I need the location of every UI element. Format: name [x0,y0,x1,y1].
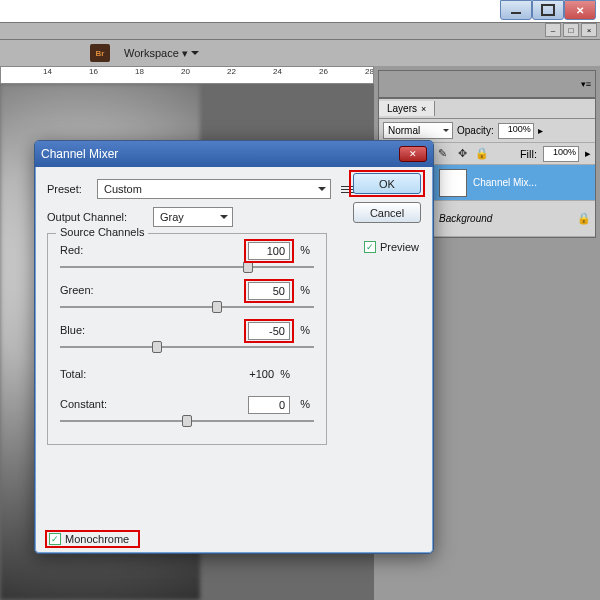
blend-mode-select[interactable]: Normal [383,122,453,139]
constant-value-input[interactable]: 0 [248,396,290,414]
lock-icon: 🔒 [577,212,591,225]
group-title: Source Channels [56,226,148,238]
percent-sign: % [300,324,310,336]
lock-all-icon[interactable]: 🔒 [475,147,489,161]
tab-close-icon[interactable]: × [421,104,426,114]
red-label: Red: [60,244,83,256]
ruler-mark: 18 [135,67,144,76]
layer-name: Channel Mix... [473,177,591,188]
minimize-button[interactable] [500,0,532,20]
highlight-red [244,239,294,263]
green-label: Green: [60,284,94,296]
preview-checkbox-row: ✓ Preview [364,241,419,253]
lock-position-icon[interactable]: ✥ [455,147,469,161]
opacity-label: Opacity: [457,125,494,136]
ruler-mark: 26 [319,67,328,76]
total-value: +100 [249,368,274,380]
ruler-mark: 14 [43,67,52,76]
bridge-icon[interactable]: Br [90,44,110,62]
green-slider-track[interactable] [60,306,314,308]
mask-thumb [439,169,467,197]
highlight-green [244,279,294,303]
total-row: Total: +100 % [60,364,314,380]
fill-label: Fill: [520,148,537,160]
ruler-mark: 24 [273,67,282,76]
percent-sign: % [300,398,310,410]
options-bar: Br Workspace ▾ [0,40,600,66]
source-channels-group: Source Channels Red: 100 % Green: 50 % B… [47,233,327,445]
ruler-mark: 28 [365,67,374,76]
percent-sign: % [300,284,310,296]
blue-slider-track[interactable] [60,346,314,348]
blue-slider-row: Blue: -50 % [60,324,314,362]
tab-label: Layers [387,103,417,114]
constant-slider-thumb[interactable] [182,415,192,427]
preview-checkbox[interactable]: ✓ [364,241,376,253]
channel-mixer-dialog: Channel Mixer ✕ OK Cancel ✓ Preview Pres… [34,140,434,554]
close-button[interactable] [564,0,596,20]
fill-flyout-icon[interactable]: ▸ [585,147,591,160]
percent-sign: % [300,244,310,256]
dialog-titlebar[interactable]: Channel Mixer ✕ [35,141,433,167]
opacity-field[interactable]: 100% [498,123,534,139]
panel-menu-icon[interactable]: ▾≡ [581,79,591,89]
red-slider-track[interactable] [60,266,314,268]
opacity-flyout-icon[interactable]: ▸ [538,125,543,136]
doc-minimize-button[interactable]: – [545,23,561,37]
red-slider-row: Red: 100 % [60,244,314,282]
layer-name: Background [439,213,571,224]
blue-label: Blue: [60,324,85,336]
preset-combo[interactable]: Custom [97,179,331,199]
constant-label: Constant: [60,398,107,410]
dialog-title: Channel Mixer [41,147,118,161]
highlight-monochrome [45,530,140,548]
doc-close-button[interactable]: × [581,23,597,37]
doc-restore-button[interactable]: □ [563,23,579,37]
highlight-blue [244,319,294,343]
highlight-ok [349,170,425,197]
green-slider-thumb[interactable] [212,301,222,313]
fill-field[interactable]: 100% [543,146,579,162]
ruler-mark: 16 [89,67,98,76]
preview-label: Preview [380,241,419,253]
preset-label: Preset: [47,183,91,195]
output-channel-label: Output Channel: [47,211,147,223]
ruler-mark: 22 [227,67,236,76]
tab-layers[interactable]: Layers × [379,101,435,116]
parent-window-controls [500,0,596,20]
green-slider-row: Green: 50 % [60,284,314,322]
panel-tabbar: Layers × [379,99,595,119]
total-label: Total: [60,368,86,380]
cancel-button[interactable]: Cancel [353,202,421,223]
ruler-mark: 20 [181,67,190,76]
collapsed-panel[interactable]: ▾≡ [378,70,596,98]
dialog-body: OK Cancel ✓ Preview Preset: Custom Outpu… [35,167,433,553]
lock-pixels-icon[interactable]: ✎ [435,147,449,161]
horizontal-ruler: 14 16 18 20 22 24 26 28 [0,66,374,84]
workspace-switcher[interactable]: Workspace ▾ [124,47,199,60]
constant-slider-row: Constant: 0 % [60,398,314,436]
output-channel-combo[interactable]: Gray [153,207,233,227]
dialog-close-button[interactable]: ✕ [399,146,427,162]
blue-slider-thumb[interactable] [152,341,162,353]
maximize-button[interactable] [532,0,564,20]
secondary-window-controls: – □ × [0,22,600,40]
